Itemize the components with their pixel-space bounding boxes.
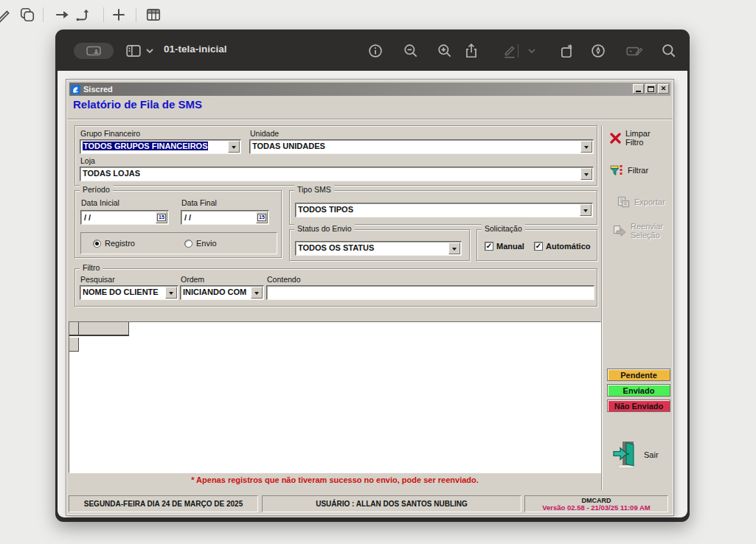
radio-selected-icon bbox=[93, 240, 101, 248]
data-inicial-field[interactable]: / / 15 bbox=[80, 210, 169, 225]
groupbox-principal: Grupo Financeiro TODOS GRUPOS FINANCEIRO… bbox=[74, 125, 597, 186]
tipo-sms-title: Tipo SMS bbox=[294, 185, 334, 194]
reenviar-selecao-button[interactable]: ReenviarSeleção bbox=[613, 222, 663, 240]
info-icon[interactable] bbox=[367, 43, 384, 59]
pesquisar-select[interactable]: NOME DO CLIENTE bbox=[80, 285, 178, 300]
chevron-down-icon[interactable] bbox=[251, 287, 263, 299]
status-envio-select[interactable]: TODOS OS STATUS bbox=[295, 241, 462, 256]
shapes-icon[interactable] bbox=[19, 7, 35, 23]
checkbox-manual[interactable]: ✓ Manual bbox=[485, 242, 524, 251]
zoom-in-icon[interactable] bbox=[437, 43, 453, 59]
ordem-select[interactable]: INICIANDO COM bbox=[180, 285, 264, 300]
minimize-icon bbox=[636, 91, 641, 92]
reenvio-note: * Apenas registros que não tiveram suces… bbox=[69, 475, 601, 484]
app-icon bbox=[71, 85, 80, 94]
chevron-down-icon[interactable] bbox=[580, 141, 592, 153]
add-icon[interactable] bbox=[111, 7, 127, 23]
chevron-down-icon[interactable] bbox=[580, 168, 592, 180]
toolbar-divider bbox=[43, 7, 44, 22]
pencil-icon[interactable] bbox=[0, 7, 12, 23]
rotate-icon[interactable] bbox=[559, 43, 575, 59]
results-grid[interactable] bbox=[69, 321, 601, 473]
table-icon[interactable] bbox=[145, 7, 162, 23]
unidade-value: TODAS UNIDADES bbox=[252, 142, 579, 150]
periodo-title: Período bbox=[80, 185, 113, 194]
filter-icon bbox=[610, 164, 623, 176]
siscred-titlebar[interactable]: Siscred ✕ bbox=[69, 83, 670, 96]
calendar-icon: 15 bbox=[257, 214, 266, 221]
data-final-calendar-button[interactable]: 15 bbox=[256, 212, 268, 223]
sair-button[interactable]: Sair bbox=[613, 440, 659, 470]
groupbox-periodo: Período Data Inicial / / 15 Data Final /… bbox=[74, 190, 282, 258]
window-title: Siscred bbox=[83, 85, 113, 94]
grupo-financeiro-label: Grupo Financeiro bbox=[80, 129, 140, 138]
maximize-button[interactable] bbox=[645, 84, 656, 94]
checkbox-automatico[interactable]: ✓ Automático bbox=[534, 242, 591, 251]
contendo-label: Contendo bbox=[267, 275, 301, 284]
radio-registro[interactable]: Registro bbox=[93, 239, 135, 248]
toolbar-divider bbox=[518, 44, 519, 57]
gallery-pill-button[interactable] bbox=[74, 43, 114, 59]
unidade-label: Unidade bbox=[250, 129, 279, 138]
checkbox-manual-label: Manual bbox=[496, 242, 524, 251]
search-icon[interactable] bbox=[661, 43, 677, 59]
connector-icon[interactable] bbox=[75, 7, 91, 23]
statusbar-user: USUÁRIO : ALLAN DOS SANTOS NUBLING bbox=[262, 495, 521, 512]
solicitacao-title: Solicitação bbox=[482, 224, 525, 233]
exit-door-icon bbox=[613, 440, 639, 470]
chevron-down-icon[interactable] bbox=[145, 43, 155, 59]
groupbox-status-envio: Status do Envio TODOS OS STATUS bbox=[289, 229, 470, 261]
preview-titlebar[interactable]: 01-tela-inicial bbox=[55, 29, 690, 71]
minimize-button[interactable] bbox=[633, 84, 644, 94]
sidebar-toggle-icon[interactable] bbox=[125, 43, 142, 59]
statusbar-date: SEGUNDA-FEIRA DIA 24 DE MARÇO DE 2025 bbox=[69, 495, 258, 512]
chevron-down-icon[interactable] bbox=[580, 204, 592, 216]
tipo-sms-value: TODOS TIPOS bbox=[298, 205, 578, 214]
chevron-down-icon[interactable] bbox=[448, 243, 460, 254]
unidade-select[interactable]: TODAS UNIDADES bbox=[249, 139, 594, 154]
markup-pencil-icon[interactable] bbox=[502, 43, 518, 59]
data-inicial-calendar-button[interactable]: 15 bbox=[156, 212, 167, 223]
chevron-down-icon[interactable] bbox=[165, 287, 177, 299]
loja-select[interactable]: TODAS LOJAS bbox=[80, 167, 594, 181]
limpar-filtro-button[interactable]: LimparFiltro bbox=[610, 129, 651, 147]
text-edit-icon[interactable] bbox=[625, 43, 642, 59]
chevron-down-icon[interactable] bbox=[228, 141, 240, 153]
maximize-icon bbox=[648, 86, 654, 92]
annotation-toolbar bbox=[0, 0, 756, 29]
legend-enviado: Enviado bbox=[607, 384, 670, 397]
status-envio-title: Status do Envio bbox=[294, 224, 355, 233]
preview-title: 01-tela-inicial bbox=[164, 43, 227, 55]
resend-arrow-icon bbox=[613, 225, 626, 237]
chevron-down-icon[interactable] bbox=[527, 43, 537, 59]
toolbar-divider bbox=[136, 7, 136, 22]
grid-row-selector[interactable] bbox=[69, 338, 79, 352]
heading-divider bbox=[67, 119, 673, 120]
grid-column-header[interactable] bbox=[79, 322, 129, 336]
check-icon: ✓ bbox=[534, 242, 543, 251]
siscred-window: Siscred ✕ Relatório de Fila de SMS Grupo… bbox=[66, 80, 673, 515]
grupo-financeiro-select[interactable]: TODOS GRUPOS FINANCEIROS bbox=[80, 139, 241, 154]
filtrar-button[interactable]: Filtrar bbox=[610, 164, 648, 176]
clear-x-icon bbox=[610, 133, 621, 144]
radio-envio[interactable]: Envio bbox=[184, 239, 217, 248]
ordem-label: Ordem bbox=[181, 275, 204, 284]
annotate-pen-icon[interactable] bbox=[590, 43, 606, 59]
groupbox-solicitacao: Solicitação ✓ Manual ✓ Automático bbox=[476, 229, 597, 261]
page-title: Relatório de Fila de SMS bbox=[73, 98, 202, 111]
legend-pendente: Pendente bbox=[607, 369, 670, 381]
exportar-button[interactable]: Exportar bbox=[617, 196, 665, 208]
close-icon: ✕ bbox=[661, 86, 667, 92]
arrow-icon[interactable] bbox=[55, 7, 71, 23]
filtro-title: Filtro bbox=[80, 263, 103, 272]
zoom-out-icon[interactable] bbox=[403, 43, 419, 59]
groupbox-filtro: Filtro Pesquisar NOME DO CLIENTE Ordem I… bbox=[74, 268, 597, 307]
close-button[interactable]: ✕ bbox=[658, 84, 669, 94]
data-final-label: Data Final bbox=[181, 198, 217, 207]
legend-nao-enviado: Não Enviado bbox=[607, 400, 670, 412]
share-icon[interactable] bbox=[463, 43, 479, 59]
tipo-sms-select[interactable]: TODOS TIPOS bbox=[295, 203, 593, 217]
radio-envio-label: Envio bbox=[196, 239, 217, 248]
data-final-field[interactable]: / / 15 bbox=[181, 210, 269, 225]
contendo-input[interactable] bbox=[266, 285, 594, 300]
